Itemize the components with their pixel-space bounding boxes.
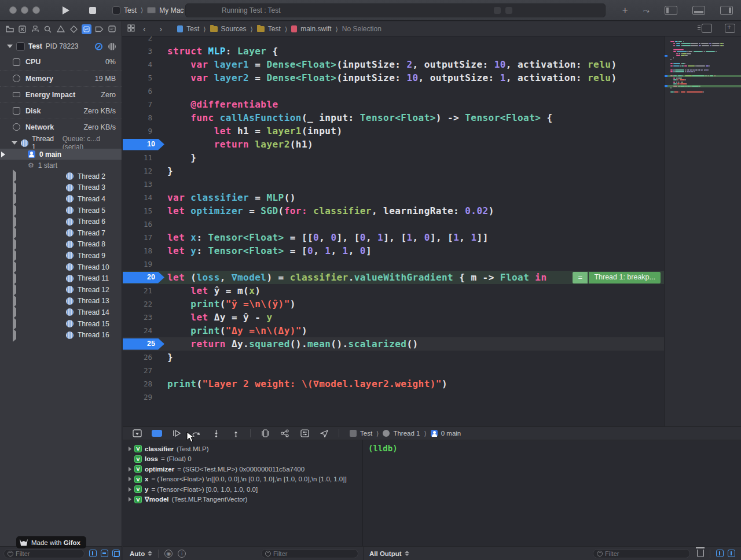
hide-debug-area-icon[interactable] [132, 429, 142, 438]
code-line-21[interactable]: 21 let ŷ = m(x) [123, 284, 664, 297]
debug-breadcrumb-item[interactable]: 0 main [441, 430, 461, 437]
thread-row-Thread-14[interactable]: Thread 14 [0, 307, 122, 318]
stack-frame-0-main[interactable]: 0 main [0, 149, 122, 160]
step-out-icon[interactable] [230, 429, 241, 438]
test-navigator-icon[interactable] [69, 24, 79, 34]
breadcrumb-item[interactable]: Test [186, 25, 199, 33]
code-line-29[interactable]: 29 [123, 390, 664, 404]
stop-button[interactable] [88, 7, 97, 14]
minimize-button[interactable] [21, 6, 28, 14]
code-line-27[interactable]: 27 [123, 364, 664, 377]
code-line-11[interactable]: 11 } [123, 151, 664, 164]
breadcrumb-item[interactable]: Test [268, 25, 281, 33]
disclosure-closed-icon[interactable] [129, 477, 131, 481]
code-line-12[interactable]: 12} [123, 164, 664, 178]
add-editor-icon[interactable] [725, 24, 735, 33]
thread-row-Thread-7[interactable]: Thread 7 [0, 227, 122, 239]
quicklook-eye-icon[interactable]: ◉ [164, 550, 173, 558]
code-line-4[interactable]: 4 var layer1 = Dense<Float>(inputSize: 2… [123, 58, 664, 71]
navigator-filter-input[interactable] [16, 550, 80, 557]
minimap[interactable] [664, 36, 741, 426]
source-control-navigator-icon[interactable] [17, 24, 27, 34]
variable-row-optimizer[interactable]: Voptimizer= (SGD<Test.MLP>) 0x000000011c… [123, 464, 362, 474]
thread-row-Thread-2[interactable]: Thread 2 [0, 171, 122, 182]
console-filter-input[interactable] [605, 550, 686, 557]
code-line-13[interactable]: 13 [123, 178, 664, 191]
code-line-20[interactable]: 20let (loss, ∇model) = classifier.valueW… [123, 271, 664, 284]
toggle-debug-area-icon[interactable] [692, 6, 705, 15]
code-line-24[interactable]: 24 print("Δy =\n\(Δy)") [123, 324, 664, 337]
related-items-icon[interactable] [127, 24, 135, 34]
variables-filter-input[interactable] [273, 550, 354, 557]
breakpoint-badge[interactable]: 25 [123, 338, 164, 350]
thread-1-row[interactable]: Thread 1 Queue: c...d (serial) [0, 137, 122, 149]
thread-row-Thread-5[interactable]: Thread 5 [0, 205, 122, 216]
scheme-selector[interactable]: Test ⟩ My Mac [112, 6, 184, 14]
environment-overrides-icon[interactable] [299, 429, 310, 438]
breadcrumb-item[interactable]: main.swift [300, 25, 331, 33]
history-back-forward[interactable]: ‹ › [143, 24, 168, 34]
scheme-destination[interactable]: My Mac [159, 6, 184, 14]
editor-options-icon[interactable] [702, 24, 712, 33]
clear-console-icon[interactable] [697, 550, 704, 557]
show-crashed-icon[interactable] [112, 550, 120, 557]
code-line-22[interactable]: 22 print("ŷ =\n\(ŷ)") [123, 297, 664, 311]
show-stack-frames-icon[interactable] [101, 550, 108, 557]
code-line-5[interactable]: 5 var layer2 = Dense<Float>(inputSize: 1… [123, 71, 664, 84]
thread-row-Thread-12[interactable]: Thread 12 [0, 284, 122, 296]
variable-row-x[interactable]: Vx= (Tensor<Float>) \n[[0.0, 0.0],\n [0.… [123, 474, 362, 485]
disclosure-closed-icon[interactable] [129, 497, 131, 502]
thread-view-icon[interactable] [108, 43, 116, 50]
console-output-select[interactable]: All Output [369, 550, 402, 557]
code-line-26[interactable]: 26} [123, 351, 664, 364]
disclosure-closed-icon[interactable] [129, 487, 131, 492]
disclosure-closed-icon[interactable] [129, 467, 131, 471]
gauge-row-energy-impact[interactable]: Energy ImpactZero [0, 86, 122, 102]
code-line-16[interactable]: 16 [123, 218, 664, 231]
zoom-button[interactable] [32, 6, 40, 14]
stack-frame-1-start[interactable]: ⚙1 start [0, 160, 122, 171]
variable-row-y[interactable]: Vy= (Tensor<Float>) [0.0, 1.0, 1.0, 0.0] [123, 484, 362, 495]
thread-row-Thread-3[interactable]: Thread 3 [0, 182, 122, 194]
report-navigator-icon[interactable] [107, 24, 117, 34]
thread-row-Thread-15[interactable]: Thread 15 [0, 318, 122, 330]
toggle-variables-pane-icon[interactable] [716, 550, 724, 557]
toggle-console-pane-icon[interactable] [728, 550, 735, 557]
variable-row-classifier[interactable]: Vclassifier(Test.MLP) [123, 444, 362, 454]
symbol-navigator-icon[interactable] [30, 24, 40, 34]
project-navigator-icon[interactable] [5, 24, 14, 34]
find-navigator-icon[interactable] [43, 24, 53, 34]
code-pane[interactable]: 23struct MLP: Layer {4 var layer1 = Dens… [123, 36, 664, 426]
breadcrumb-item[interactable]: No Selection [342, 25, 381, 33]
gauge-row-network[interactable]: NetworkZero KB/s [0, 119, 122, 135]
debug-breadcrumb-item[interactable]: Test [360, 430, 372, 437]
step-into-icon[interactable] [211, 429, 221, 438]
code-line-23[interactable]: 23 let Δy = ŷ - y [123, 311, 664, 324]
library-plus-icon[interactable]: + [622, 5, 628, 16]
code-line-6[interactable]: 6 [123, 84, 664, 98]
simulate-location-icon[interactable] [319, 429, 329, 438]
console-filter-field[interactable] [593, 549, 690, 558]
code-line-25[interactable]: 25 return Δy.squared().mean().scalarized… [123, 337, 664, 351]
source-editor[interactable]: 23struct MLP: Layer {4 var layer1 = Dens… [123, 36, 741, 426]
code-line-14[interactable]: 14var classifier = MLP() [123, 191, 664, 204]
toggle-navigator-icon[interactable] [665, 6, 677, 15]
scheme-project[interactable]: Test [124, 6, 137, 14]
code-line-17[interactable]: 17let x: Tensor<Float> = [[0, 0], [0, 1]… [123, 231, 664, 244]
breakpoint-annotation[interactable]: =Thread 1: breakp... [573, 272, 661, 283]
process-row[interactable]: Test PID 78223 [0, 39, 122, 54]
view-hierarchy-icon[interactable] [260, 429, 270, 438]
gauge-row-disk[interactable]: DiskZero KB/s [0, 102, 122, 119]
breakpoint-badge[interactable]: 20 [123, 272, 164, 283]
thread-row-Thread-6[interactable]: Thread 6 [0, 216, 122, 227]
thread-row-Thread-9[interactable]: Thread 9 [0, 250, 122, 261]
breakpoint-badge[interactable]: 10 [123, 139, 164, 150]
thread-row-Thread-10[interactable]: Thread 10 [0, 261, 122, 273]
console-view[interactable]: (lldb) [364, 440, 741, 546]
run-button[interactable] [61, 6, 71, 14]
variables-view[interactable]: Vclassifier(Test.MLP)Vloss= (Float) 0Vop… [123, 440, 363, 546]
code-line-8[interactable]: 8 func callAsFunction(_ input: Tensor<Fl… [123, 111, 664, 124]
thread-row-Thread-13[interactable]: Thread 13 [0, 296, 122, 307]
gauge-row-cpu[interactable]: CPU0% [0, 54, 122, 70]
debug-navigator-icon[interactable] [82, 24, 91, 34]
